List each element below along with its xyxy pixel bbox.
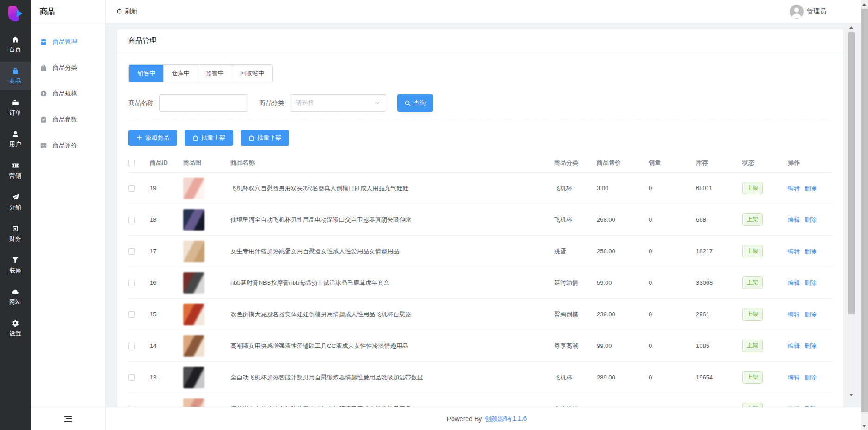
sidebar-item[interactable]: 装修 xyxy=(0,251,31,279)
avatar xyxy=(790,5,804,19)
edit-link[interactable]: 编辑 xyxy=(788,342,800,350)
product-price: 99.00 xyxy=(597,342,649,349)
status-tab[interactable]: 预警中 xyxy=(198,65,232,82)
product-name-input[interactable] xyxy=(159,94,248,112)
status-badge: 上架 xyxy=(742,340,763,352)
table-row: 16 nbb延时膏NBB按摩膏nbb海绵勃士赋活冰晶马鹿茸虎年套盒 延时助情 5… xyxy=(128,267,832,299)
batch-off-shelf-button[interactable]: 批量下架 xyxy=(241,130,289,146)
row-checkbox[interactable] xyxy=(128,406,135,407)
sidebar-item[interactable]: 用户 xyxy=(0,125,31,153)
submenu-item[interactable]: 商品参数 xyxy=(31,107,105,133)
order-icon xyxy=(11,98,19,107)
sidebar-item[interactable]: 首页 xyxy=(0,30,31,58)
table-row: 19 飞机杯双穴自慰器男用双头3穴名器真人倒模口肛成人用品充气娃娃 飞机杯 3.… xyxy=(128,173,832,204)
submenu-item[interactable]: 商品分类 xyxy=(31,55,105,81)
topbar: 刷新 管理员 xyxy=(106,0,868,23)
add-product-button[interactable]: 添加商品 xyxy=(128,130,177,146)
table-row: 18 仙境星河全自动飞机杯男性用品电动深喉口交自卫慰器真阴夹吸伸缩 飞机杯 26… xyxy=(128,204,832,236)
submenu-item-label: 商品管理 xyxy=(53,38,77,46)
sidebar-item[interactable]: 设置 xyxy=(0,314,31,342)
target-icon xyxy=(40,90,47,97)
batch-on-shelf-button[interactable]: 批量上架 xyxy=(185,130,233,146)
delete-link[interactable]: 删除 xyxy=(804,279,817,287)
edit-link[interactable]: 编辑 xyxy=(788,279,800,287)
page-title: 商品管理 xyxy=(128,36,156,45)
col-status: 状态 xyxy=(742,159,788,167)
tab-label: 仓库中 xyxy=(172,69,190,77)
edit-link[interactable]: 编辑 xyxy=(788,310,800,319)
collapse-menu-button[interactable] xyxy=(31,407,105,430)
product-price: 289.00 xyxy=(597,374,649,381)
product-price: 59.00 xyxy=(597,279,649,286)
sidebar-item[interactable]: 分销 xyxy=(0,188,31,216)
product-image xyxy=(183,272,204,294)
sidebar-item[interactable]: 营销 xyxy=(0,156,31,185)
edit-link[interactable]: 编辑 xyxy=(788,405,800,407)
scroll-down-arrow[interactable] xyxy=(847,391,855,399)
panel-scrollbar-thumb[interactable] xyxy=(848,32,855,314)
sidebar-item-label: 设置 xyxy=(9,330,21,338)
product-category: 飞机杯 xyxy=(554,184,597,193)
status-tab[interactable]: 仓库中 xyxy=(163,65,198,82)
category-select[interactable]: 请选择 xyxy=(290,94,386,112)
product-image xyxy=(183,178,204,199)
vendor-link[interactable]: 创颜源码 1.1.6 xyxy=(485,415,527,423)
window-scrollbar-thumb[interactable] xyxy=(861,9,868,412)
product-stock: 18217 xyxy=(696,248,742,255)
status-tab[interactable]: 销售中 xyxy=(129,65,163,82)
row-checkbox[interactable] xyxy=(128,185,135,192)
filter-bar: 商品名称 商品分类 请选择 查询 xyxy=(128,94,832,112)
delete-link[interactable]: 删除 xyxy=(804,405,817,407)
edit-link[interactable]: 编辑 xyxy=(788,184,800,193)
row-checkbox[interactable] xyxy=(128,311,135,318)
delete-link[interactable]: 删除 xyxy=(804,373,817,382)
sidebar-item[interactable]: 财务 xyxy=(0,219,31,248)
home-icon xyxy=(11,35,19,44)
ticket-icon xyxy=(11,161,19,170)
sidebar-item-label: 装修 xyxy=(9,267,21,275)
sidebar-item-label: 订单 xyxy=(9,109,21,117)
user-menu[interactable]: 管理员 xyxy=(790,5,826,19)
sidebar-item[interactable]: 订单 xyxy=(0,93,31,122)
submenu-item[interactable]: 商品评价 xyxy=(31,133,105,159)
row-checkbox[interactable] xyxy=(128,248,135,255)
delete-link[interactable]: 删除 xyxy=(804,342,817,350)
row-checkbox[interactable] xyxy=(128,280,135,286)
plane-icon xyxy=(11,193,19,201)
submenu-item[interactable]: 商品规格 xyxy=(31,81,105,107)
edit-link[interactable]: 编辑 xyxy=(788,247,800,256)
window-scrollbar[interactable] xyxy=(861,0,868,430)
window-scroll-up-arrow[interactable] xyxy=(861,0,868,8)
finance-icon xyxy=(11,225,19,233)
search-button[interactable]: 查询 xyxy=(397,94,433,112)
delete-link[interactable]: 删除 xyxy=(804,184,817,193)
select-placeholder: 请选择 xyxy=(296,99,314,107)
edit-link[interactable]: 编辑 xyxy=(788,216,800,224)
window-scroll-down-arrow[interactable] xyxy=(861,422,868,430)
submenu-item[interactable]: 商品管理 xyxy=(31,29,105,55)
decorate-icon xyxy=(11,256,19,264)
sidebar-item[interactable]: 商品 xyxy=(0,62,31,90)
delete-link[interactable]: 删除 xyxy=(804,216,817,224)
scroll-up-arrow[interactable] xyxy=(847,23,855,32)
product-image xyxy=(183,304,204,325)
user-name: 管理员 xyxy=(807,7,826,16)
product-sales: 0 xyxy=(649,311,696,318)
row-checkbox[interactable] xyxy=(128,374,135,381)
refresh-button[interactable]: 刷新 xyxy=(116,7,137,16)
panel-scrollbar[interactable] xyxy=(847,23,855,399)
sidebar-item[interactable]: 网站 xyxy=(0,282,31,311)
delete-link[interactable]: 删除 xyxy=(804,310,817,319)
edit-link[interactable]: 编辑 xyxy=(788,373,800,382)
delete-link[interactable]: 删除 xyxy=(804,247,817,256)
status-tab[interactable]: 回收站中 xyxy=(232,65,272,82)
shopping-bag-icon xyxy=(249,135,255,141)
name-filter-label: 商品名称 xyxy=(128,99,153,107)
product-price: 55.00 xyxy=(597,405,649,407)
row-checkbox[interactable] xyxy=(128,343,135,349)
product-sales: 0 xyxy=(649,248,696,255)
batch-off-label: 批量下架 xyxy=(257,134,281,142)
app-logo[interactable] xyxy=(0,0,31,27)
row-checkbox[interactable] xyxy=(128,217,135,223)
select-all-checkbox[interactable] xyxy=(128,160,135,166)
